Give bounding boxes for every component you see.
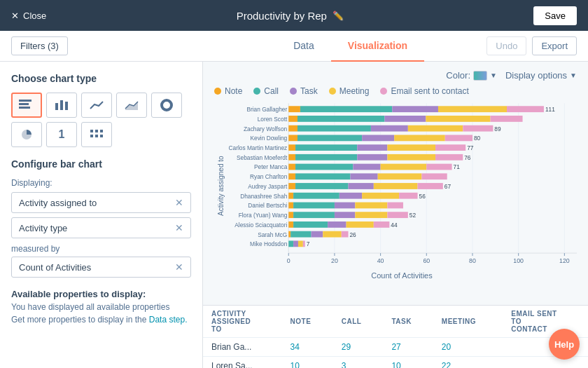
svg-rect-84 [426,164,451,170]
svg-rect-117 [387,212,407,218]
bar-chart-svg: 0 20 40 60 80 100 120 Brian Gallagher [227,102,577,270]
svg-text:Daniel Bertschi: Daniel Bertschi [248,202,287,209]
svg-rect-107 [288,203,293,209]
color-selector[interactable]: Color: ▼ [446,70,497,81]
svg-text:26: 26 [349,231,356,238]
svg-rect-66 [288,144,295,151]
legend-call-dot [253,88,260,95]
chart-type-grid[interactable] [81,122,112,147]
remove-field2-button[interactable]: ✕ [175,222,183,233]
svg-rect-12 [100,130,103,132]
svg-rect-69 [387,144,435,151]
field-count: Count of Activities ✕ [11,257,191,278]
cell-call[interactable]: 3 [333,357,384,369]
tab-data[interactable]: Data [276,31,331,62]
legend-task-label: Task [300,86,318,96]
svg-rect-102 [340,193,362,199]
svg-text:60: 60 [423,257,430,264]
data-step-anchor[interactable]: Data step. [149,315,188,325]
svg-rect-130 [323,231,341,238]
chart-type-horizontal-bar[interactable] [11,93,42,118]
svg-text:80: 80 [474,135,481,142]
legend-email-label: Email sent to contact [391,86,468,96]
undo-button[interactable]: Undo [486,36,526,55]
svg-rect-93 [288,183,295,189]
col-header-note: NOTE [282,306,333,338]
table-row: Brian Ga... 34 29 27 20 [203,338,588,357]
chart-type-pie[interactable] [11,122,42,147]
cell-task[interactable]: 27 [383,338,433,357]
chart-type-donut[interactable] [151,93,182,118]
svg-text:56: 56 [419,193,426,200]
help-button[interactable]: Help [549,329,580,360]
svg-rect-1 [19,103,29,105]
svg-text:40: 40 [377,257,384,264]
color-chevron-icon: ▼ [490,71,497,79]
svg-rect-62 [394,135,445,141]
svg-text:67: 67 [444,183,451,190]
color-swatch [473,71,487,81]
filters-button[interactable]: Filters (3) [11,36,68,55]
svg-rect-109 [335,203,355,209]
col-header-task: TASK [383,306,433,338]
svg-rect-123 [346,222,374,228]
save-button[interactable]: Save [533,6,577,25]
remove-field1-button[interactable]: ✕ [175,197,183,208]
chart-type-number[interactable]: 1 [46,122,77,147]
svg-rect-52 [288,125,298,132]
svg-text:Brian Gallagher: Brian Gallagher [246,106,287,113]
svg-rect-110 [355,203,387,209]
svg-text:120: 120 [559,257,570,264]
svg-rect-0 [19,100,31,102]
svg-rect-91 [421,173,447,179]
bar-chart: Activity assigned to [214,102,577,270]
edit-icon[interactable]: ✏️ [332,11,344,21]
chart-type-area[interactable] [116,93,147,118]
close-button[interactable]: ✕ Close [11,11,46,21]
svg-rect-14 [95,135,98,137]
available-title: Available properties to display: [11,289,191,299]
svg-rect-137 [298,240,303,247]
remove-field3-button[interactable]: ✕ [175,261,183,273]
svg-rect-39 [288,106,300,112]
chart-legend: Note Call Task Meeting Email sent to con… [214,86,577,96]
cell-meeting[interactable]: 22 [433,357,503,369]
close-label: Close [23,11,46,21]
data-table: ACTIVITYASSIGNEDTO NOTE CALL TASK MEETIN… [203,305,588,368]
chart-type-line[interactable] [81,93,112,118]
tab-visualization[interactable]: Visualization [331,31,424,62]
svg-rect-95 [349,183,374,189]
svg-rect-40 [300,106,392,112]
svg-rect-70 [435,144,465,151]
display-options-button[interactable]: Display options ▼ [505,70,577,81]
svg-rect-83 [381,164,427,170]
cell-note[interactable]: 10 [282,357,333,369]
svg-rect-116 [355,212,387,218]
legend-meeting: Meeting [329,86,370,96]
svg-text:76: 76 [464,154,471,161]
svg-rect-3 [55,103,58,110]
subnav-left: Filters (3) [11,36,214,55]
svg-text:44: 44 [391,222,398,229]
svg-rect-81 [295,164,353,170]
svg-rect-73 [288,154,295,161]
chart-type-bar[interactable] [46,93,77,118]
export-button[interactable]: Export [532,36,577,55]
svg-rect-111 [387,203,403,209]
cell-meeting[interactable]: 20 [433,338,503,357]
svg-rect-108 [293,203,335,209]
svg-rect-87 [288,173,295,179]
svg-rect-127 [288,231,290,238]
legend-task: Task [290,86,318,96]
svg-rect-82 [353,164,380,170]
svg-text:0: 0 [287,257,290,264]
svg-text:Carlos Martin Martinez: Carlos Martin Martinez [229,144,288,151]
cell-note[interactable]: 34 [282,338,333,357]
chart-type-title: Choose chart type [11,73,191,84]
svg-rect-53 [298,125,371,132]
svg-rect-122 [328,222,346,228]
cell-task[interactable]: 10 [383,357,433,369]
close-icon: ✕ [11,11,19,21]
cell-call[interactable]: 29 [333,338,384,357]
legend-call: Call [253,86,279,96]
